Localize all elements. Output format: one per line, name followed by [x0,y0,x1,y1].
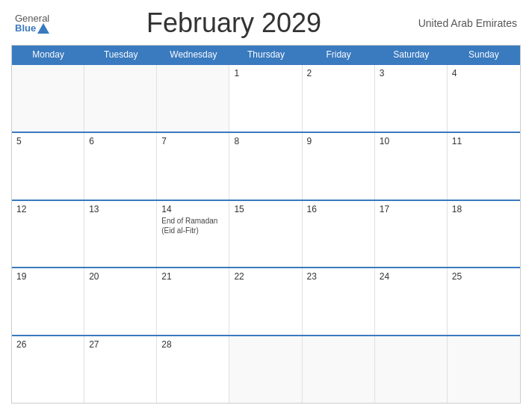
day-cell-2: 2 [303,65,375,132]
day-cell-20: 20 [84,268,157,335]
week-row-5: 262728 [12,335,520,403]
day-headers-row: Monday Tuesday Wednesday Thursday Friday… [12,46,520,64]
day-number-14: 14 [161,204,224,214]
day-cell-1: 1 [229,65,302,132]
logo-blue-text: Blue [15,23,49,34]
logo-triangle-icon [37,23,49,34]
empty-day-cell [12,65,84,132]
empty-day-cell [448,336,520,403]
day-cell-16: 16 [303,201,375,268]
day-number-9: 9 [307,136,370,146]
day-number-8: 8 [234,136,297,146]
calendar-title: February 2029 [146,7,321,39]
week-row-1: 1234 [12,64,520,132]
day-number-11: 11 [452,136,516,146]
empty-day-cell [84,65,157,132]
header-sunday: Sunday [448,46,520,64]
day-event-14: End of Ramadan (Eid al-Fitr) [161,216,224,235]
day-number-16: 16 [307,204,370,214]
day-number-10: 10 [380,136,442,146]
day-cell-22: 22 [229,268,302,335]
day-cell-9: 9 [303,133,375,200]
country-name: United Arab Emirates [418,17,517,29]
day-number-7: 7 [161,136,224,146]
day-number-23: 23 [307,271,370,282]
day-cell-10: 10 [375,133,448,200]
day-number-24: 24 [380,271,442,282]
day-number-26: 26 [16,339,79,350]
header-monday: Monday [12,46,84,64]
logo-general-text: General [15,13,49,23]
calendar-container: General Blue February 2029 United Arab E… [0,0,532,411]
day-number-2: 2 [307,68,370,78]
day-cell-17: 17 [375,201,448,268]
day-cell-28: 28 [157,336,229,403]
day-number-17: 17 [380,204,442,214]
empty-day-cell [375,336,448,403]
day-cell-27: 27 [84,336,157,403]
day-cell-7: 7 [157,133,229,200]
day-number-1: 1 [234,68,297,78]
calendar-grid: Monday Tuesday Wednesday Thursday Friday… [11,45,521,404]
header-friday: Friday [303,46,375,64]
day-number-13: 13 [89,204,152,214]
day-cell-12: 12 [12,201,84,268]
day-cell-3: 3 [375,65,448,132]
day-number-5: 5 [16,136,79,146]
header-thursday: Thursday [229,46,302,64]
day-number-4: 4 [452,68,516,78]
header-wednesday: Wednesday [157,46,229,64]
day-cell-6: 6 [84,133,157,200]
day-number-3: 3 [380,68,442,78]
day-number-22: 22 [234,271,297,282]
calendar-header: General Blue February 2029 United Arab E… [11,7,521,39]
day-number-27: 27 [89,339,152,350]
day-number-12: 12 [16,204,79,214]
empty-day-cell [229,336,302,403]
day-number-18: 18 [452,204,516,214]
day-number-20: 20 [89,271,152,282]
day-cell-13: 13 [84,201,157,268]
empty-day-cell [157,65,229,132]
week-row-4: 19202122232425 [12,267,520,335]
day-number-28: 28 [161,339,224,350]
day-number-15: 15 [234,204,297,214]
day-cell-8: 8 [229,133,302,200]
week-row-2: 567891011 [12,132,520,200]
day-cell-19: 19 [12,268,84,335]
day-number-19: 19 [16,271,79,282]
header-saturday: Saturday [375,46,448,64]
day-number-6: 6 [89,136,152,146]
day-cell-5: 5 [12,133,84,200]
day-cell-26: 26 [12,336,84,403]
weeks-container: 1234567891011121314End of Ramadan (Eid a… [12,64,520,403]
day-cell-4: 4 [448,65,520,132]
day-cell-18: 18 [448,201,520,268]
day-cell-24: 24 [375,268,448,335]
week-row-3: 121314End of Ramadan (Eid al-Fitr)151617… [12,200,520,268]
day-cell-23: 23 [303,268,375,335]
day-number-21: 21 [161,271,224,282]
empty-day-cell [303,336,375,403]
header-tuesday: Tuesday [84,46,157,64]
day-cell-14: 14End of Ramadan (Eid al-Fitr) [157,201,229,268]
day-cell-21: 21 [157,268,229,335]
day-cell-11: 11 [448,133,520,200]
day-cell-25: 25 [448,268,520,335]
day-number-25: 25 [452,271,516,282]
logo: General Blue [15,13,49,34]
day-cell-15: 15 [229,201,302,268]
